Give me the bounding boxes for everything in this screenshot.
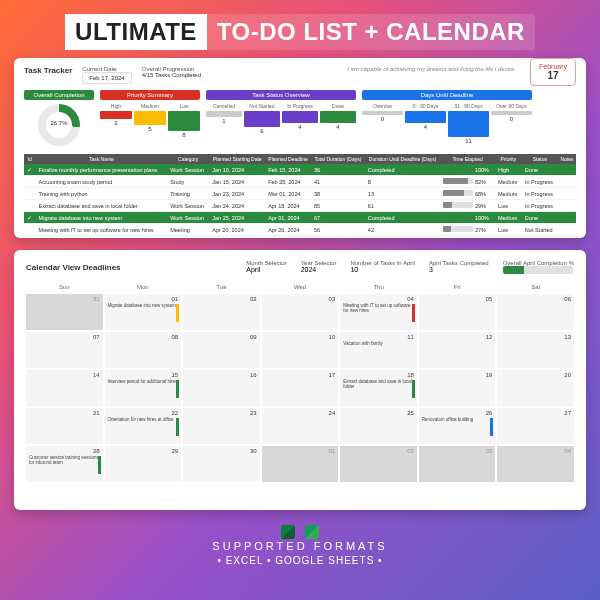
table-row[interactable]: Accounting exam study periodStudyJan 15,… — [24, 176, 576, 188]
calendar-cell[interactable]: 18Extract database and save in local fol… — [340, 370, 417, 406]
calendar-cell[interactable]: 20 — [497, 370, 574, 406]
calendar-cell[interactable]: 04 — [497, 446, 574, 482]
table-row[interactable]: Training with pythonTrainingJan 23, 2024… — [24, 188, 576, 200]
title-left: ULTIMATE — [65, 14, 207, 50]
calendar-cell[interactable]: 10 — [262, 332, 339, 368]
calendar-cell[interactable]: 09 — [183, 332, 260, 368]
calendar-cell[interactable]: 03 — [419, 446, 496, 482]
calendar-cell[interactable]: 29 — [105, 446, 182, 482]
calendar-cell[interactable]: 02 — [183, 294, 260, 330]
current-date: Feb 17, 2024 — [82, 72, 131, 84]
calendar-cell[interactable]: 15Interview period for additional hires — [105, 370, 182, 406]
tracker-panel: Task Tracker Current Date Feb 17, 2024 O… — [14, 58, 586, 238]
title-bar: ULTIMATE TO-DO LIST + CALENDAR — [14, 14, 586, 50]
title-right: TO-DO LIST + CALENDAR — [207, 14, 535, 50]
calendar-cell[interactable]: 17 — [262, 370, 339, 406]
excel-icon — [281, 525, 295, 539]
footer: SUPPORTED FORMATS • EXCEL • GOOGLE SHEET… — [14, 522, 586, 566]
calendar-cell[interactable]: 01 — [262, 446, 339, 482]
date-badge: February 17 — [530, 58, 576, 86]
sheets-icon — [305, 525, 319, 539]
calendar-cell[interactable]: 07 — [26, 332, 103, 368]
table-row[interactable]: ✓Finalize monthly performance presentati… — [24, 164, 576, 176]
task-table: IdTask NameCategoryPlanned Starting Date… — [24, 154, 576, 236]
calendar-cell[interactable]: 13 — [497, 332, 574, 368]
calendar-cell[interactable]: 12 — [419, 332, 496, 368]
completion-donut: 26.7% — [38, 104, 80, 146]
table-row[interactable]: ✓Migrate database into new systemWork Se… — [24, 212, 576, 224]
calendar-cell[interactable]: 21 — [26, 408, 103, 444]
calendar-cell[interactable]: 27 — [497, 408, 574, 444]
calendar-cell[interactable]: 24 — [262, 408, 339, 444]
calendar-cell[interactable]: 22Orientation for new hires at office — [105, 408, 182, 444]
calendar-cell[interactable]: 16 — [183, 370, 260, 406]
calendar-cell[interactable]: 28Customer service training sessions for… — [26, 446, 103, 482]
calendar-cell[interactable]: 25 — [340, 408, 417, 444]
calendar-cell[interactable]: 14 — [26, 370, 103, 406]
calendar-cell[interactable]: 26Renovation office building — [419, 408, 496, 444]
calendar-cell[interactable]: 03 — [262, 294, 339, 330]
calendar-panel: Calendar View Deadlines Month SelectorAp… — [14, 250, 586, 510]
calendar-cell[interactable]: 05 — [419, 294, 496, 330]
calendar-cell[interactable]: 02 — [340, 446, 417, 482]
calendar-cell[interactable]: 11Vacation with family — [340, 332, 417, 368]
table-row[interactable]: Extract database and save in local folde… — [24, 200, 576, 212]
calendar-cell[interactable]: 01Migrate database into new system — [105, 294, 182, 330]
calendar-cell[interactable]: 04Meeting with IT to set up software for… — [340, 294, 417, 330]
calendar-cell[interactable]: 06 — [497, 294, 574, 330]
calendar-cell[interactable]: 31 — [26, 294, 103, 330]
calendar-cell[interactable]: 30 — [183, 446, 260, 482]
calendar-cell[interactable]: 08 — [105, 332, 182, 368]
calendar-cell[interactable]: 23 — [183, 408, 260, 444]
progression: 4/15 Tasks Completed — [142, 72, 201, 78]
calendar-cell[interactable]: 19 — [419, 370, 496, 406]
tracker-heading: Task Tracker — [24, 66, 72, 75]
table-row[interactable]: Meeting with IT to set up software for n… — [24, 224, 576, 236]
